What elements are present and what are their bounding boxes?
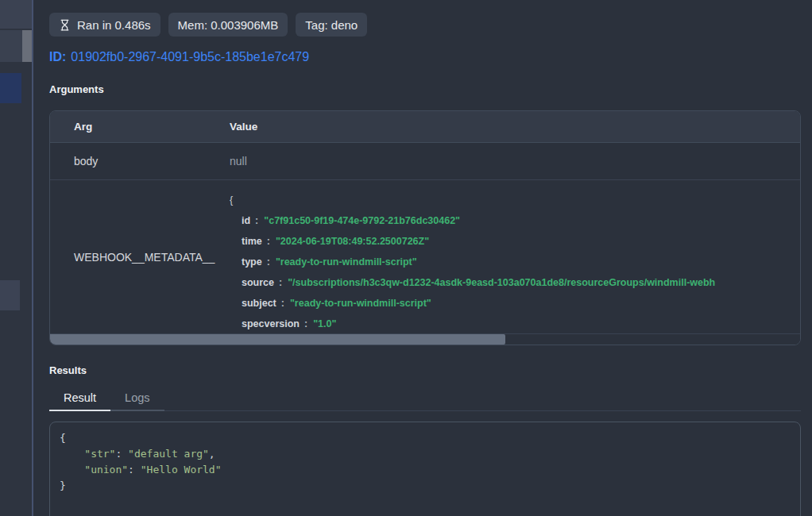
- metadata-entry-specversion: specversion:"1.0": [230, 314, 800, 333]
- tag-badge-label: Tag: deno: [305, 18, 358, 32]
- hourglass-icon: [59, 19, 71, 31]
- result-open-brace: {: [60, 432, 66, 444]
- table-horizontal-scrollbar[interactable]: [50, 334, 800, 345]
- sidebar-selected-item[interactable]: [0, 73, 21, 103]
- metadata-entry-time: time:"2024-06-19T08:49:52.2500726Z": [230, 231, 800, 252]
- tag-badge: Tag: deno: [296, 13, 367, 37]
- job-stats-row: Ran in 0.486s Mem: 0.003906MB Tag: deno: [49, 13, 801, 37]
- metadata-entry-source: source:"/subscriptions/h3c3qw-d1232-4asd…: [230, 272, 800, 293]
- column-header-value: Value: [230, 121, 800, 133]
- memory-badge: Mem: 0.003906MB: [168, 13, 288, 37]
- metadata-object-viewer: { id:"c7f91c50-9f19-474e-9792-21b76dc304…: [230, 180, 800, 333]
- result-json-viewer: { "str": "default arg", "union": "Hello …: [49, 422, 801, 516]
- sidebar-top-block: [0, 0, 32, 29]
- metadata-entry-type: type:"ready-to-run-windmill-script": [230, 252, 800, 272]
- job-id-line: ID:01902fb0-2967-4091-9b5c-185be1e7c479: [49, 50, 801, 64]
- job-id-link[interactable]: 01902fb0-2967-4091-9b5c-185be1e7c479: [71, 50, 309, 64]
- scrollbar-thumb[interactable]: [50, 334, 505, 345]
- sidebar-item[interactable]: [0, 280, 20, 310]
- tab-result[interactable]: Result: [49, 388, 110, 411]
- runtime-badge-label: Ran in 0.486s: [77, 18, 151, 32]
- column-header-arg: Arg: [50, 121, 230, 133]
- result-value-union: "Hello World": [141, 464, 222, 476]
- result-close-brace: }: [60, 479, 66, 491]
- sidebar-scroll-handle[interactable]: [22, 30, 32, 62]
- arguments-heading: Arguments: [49, 83, 801, 95]
- job-detail-panel: Ran in 0.486s Mem: 0.003906MB Tag: deno …: [33, 0, 812, 516]
- tab-logs[interactable]: Logs: [110, 388, 164, 411]
- arguments-table: Arg Value body null WEBHOOK__METADATA__ …: [49, 110, 801, 345]
- arg-name: WEBHOOK__METADATA__: [50, 180, 230, 333]
- metadata-entry-id: id:"c7f91c50-9f19-474e-9792-21b76dc30462…: [230, 210, 800, 231]
- background-sidebar: [0, 0, 32, 516]
- result-key-str: "str": [84, 448, 115, 460]
- result-value-str: "default arg": [128, 448, 209, 460]
- results-tabs: Result Logs: [49, 388, 801, 411]
- runtime-badge: Ran in 0.486s: [49, 13, 160, 37]
- table-row-body: body null: [50, 143, 800, 180]
- object-open-brace: {: [230, 190, 800, 210]
- arg-value-null: null: [230, 155, 800, 168]
- metadata-entry-subject: subject:"ready-to-run-windmill-script": [230, 293, 800, 314]
- result-key-union: "union": [84, 464, 128, 476]
- results-heading: Results: [49, 364, 801, 376]
- job-id-label: ID:: [49, 50, 66, 64]
- table-row-webhook-metadata: WEBHOOK__METADATA__ { id:"c7f91c50-9f19-…: [50, 180, 800, 334]
- arg-name: body: [50, 155, 230, 168]
- memory-badge-label: Mem: 0.003906MB: [178, 18, 279, 32]
- arguments-table-header: Arg Value: [50, 111, 800, 143]
